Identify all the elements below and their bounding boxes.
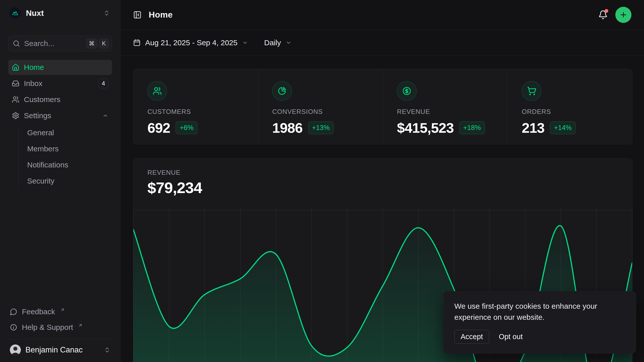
- revenue-value: $79,234: [147, 180, 618, 196]
- stat-label: ORDERS: [522, 108, 632, 116]
- stat-delta-badge: +13%: [308, 121, 334, 134]
- topbar-actions: [598, 7, 631, 23]
- stat-customers[interactable]: CUSTOMERS 692 +6%: [133, 69, 258, 144]
- plus-icon: [619, 11, 627, 19]
- sidebar: Nuxt ⌘ K Ho: [0, 0, 120, 362]
- panel-left-close-icon: [133, 11, 142, 19]
- stat-delta-badge: +18%: [459, 121, 485, 134]
- sidebar-item-label: Home: [24, 63, 44, 72]
- search-box[interactable]: ⌘ K: [8, 36, 112, 51]
- stat-label: CUSTOMERS: [147, 108, 258, 116]
- revenue-card-header: REVENUE $79,234: [133, 169, 632, 196]
- chat-bubble-icon: [10, 308, 17, 315]
- chevrons-up-down-icon: [104, 347, 110, 353]
- pie-chart-icon: [277, 86, 287, 96]
- stat-value: 1986: [272, 120, 303, 136]
- stat-icon-badge: [147, 81, 167, 101]
- sidebar-nav: Home Inbox 4 Customers: [8, 60, 112, 189]
- user-menu[interactable]: Benjamin Canac: [8, 339, 112, 357]
- stat-value: 692: [147, 120, 170, 136]
- sidebar-subitem-general[interactable]: General: [27, 125, 112, 140]
- stat-icon-badge: [272, 81, 292, 101]
- topbar: Home: [120, 0, 644, 30]
- workspace-switcher[interactable]: Nuxt: [8, 6, 112, 21]
- info-icon: [10, 324, 17, 331]
- cookie-banner: We use first-party cookies to enhance yo…: [443, 291, 636, 354]
- workspace-name: Nuxt: [26, 9, 44, 18]
- sidebar-item-inbox[interactable]: Inbox 4: [8, 76, 112, 91]
- granularity-label: Daily: [264, 38, 281, 47]
- stat-icon-badge: [397, 81, 417, 101]
- external-link-icon: [60, 307, 65, 312]
- kbd-k: K: [99, 39, 109, 48]
- stat-label: CONVERSIONS: [272, 108, 383, 116]
- inbox-icon: [12, 80, 19, 87]
- kbd-meta: ⌘: [86, 39, 97, 48]
- home-icon: [12, 64, 19, 71]
- stat-value: $415,523: [397, 120, 454, 136]
- cookie-message: We use first-party cookies to enhance yo…: [454, 301, 625, 323]
- chevron-down-icon: [242, 40, 248, 46]
- create-button[interactable]: [615, 7, 631, 23]
- stat-value: 213: [522, 120, 544, 136]
- sidebar-item-customers[interactable]: Customers: [8, 92, 112, 107]
- stat-conversions[interactable]: CONVERSIONS 1986 +13%: [258, 69, 383, 144]
- notification-dot: [605, 9, 608, 13]
- gear-icon: [12, 112, 19, 119]
- sidebar-item-label: Customers: [24, 95, 60, 104]
- accept-button[interactable]: Accept: [454, 330, 489, 344]
- user-name: Benjamin Canac: [25, 345, 83, 354]
- external-link-icon: [78, 323, 83, 328]
- feedback-link[interactable]: Feedback: [8, 304, 112, 320]
- footer-link-label: Feedback: [22, 307, 55, 316]
- footer-link-label: Help & Support: [22, 323, 73, 332]
- chevron-down-icon: [286, 40, 292, 46]
- stat-revenue[interactable]: REVENUE $415,523 +18%: [383, 69, 507, 144]
- stat-icon-badge: [522, 81, 541, 101]
- stat-delta-badge: +6%: [176, 121, 197, 134]
- stat-label: REVENUE: [397, 108, 507, 116]
- inbox-badge: 4: [98, 79, 108, 88]
- sidebar-item-settings[interactable]: Settings: [8, 108, 112, 123]
- sidebar-subitem-members[interactable]: Members: [27, 141, 112, 156]
- filter-bar: Aug 21, 2025 - Sep 4, 2025 Daily: [120, 30, 644, 56]
- cookie-actions: Accept Opt out: [454, 330, 625, 344]
- shopping-cart-icon: [527, 86, 536, 96]
- sidebar-bottom: Feedback Help & Support: [8, 304, 112, 357]
- calendar-icon: [133, 39, 141, 47]
- search-kbd-hint: ⌘ K: [86, 39, 109, 48]
- revenue-label: REVENUE: [147, 169, 618, 176]
- nuxt-logo-icon: [9, 7, 21, 19]
- search-input[interactable]: [24, 39, 82, 48]
- chevron-up-icon: [102, 113, 108, 119]
- date-range-picker[interactable]: Aug 21, 2025 - Sep 4, 2025: [133, 38, 248, 47]
- avatar: [10, 344, 21, 355]
- chevrons-up-down-icon: [103, 10, 110, 16]
- sidebar-item-home[interactable]: Home: [8, 60, 112, 75]
- sidebar-subitem-security[interactable]: Security: [27, 173, 112, 189]
- notifications-button[interactable]: [598, 10, 608, 20]
- sidebar-top: Nuxt ⌘ K Ho: [8, 6, 112, 189]
- stat-orders[interactable]: ORDERS 213 +14%: [507, 69, 632, 144]
- sidebar-subitem-notifications[interactable]: Notifications: [27, 157, 112, 172]
- granularity-select[interactable]: Daily: [264, 38, 292, 47]
- sidebar-item-label: Inbox: [24, 79, 42, 88]
- users-icon: [153, 86, 162, 96]
- sidebar-item-label: Settings: [24, 111, 51, 120]
- settings-subnav: General Members Notifications Security: [18, 125, 112, 189]
- search-icon: [13, 40, 20, 47]
- sidebar-collapse-button[interactable]: [133, 11, 142, 19]
- date-range-label: Aug 21, 2025 - Sep 4, 2025: [145, 38, 237, 47]
- stat-delta-badge: +14%: [550, 121, 576, 134]
- stats-card: CUSTOMERS 692 +6% CONVERSIONS 1986: [133, 69, 632, 144]
- users-icon: [12, 96, 19, 103]
- page-title: Home: [149, 10, 173, 20]
- circle-dollar-icon: [402, 86, 411, 96]
- opt-out-button[interactable]: Opt out: [499, 333, 523, 341]
- help-support-link[interactable]: Help & Support: [8, 320, 112, 335]
